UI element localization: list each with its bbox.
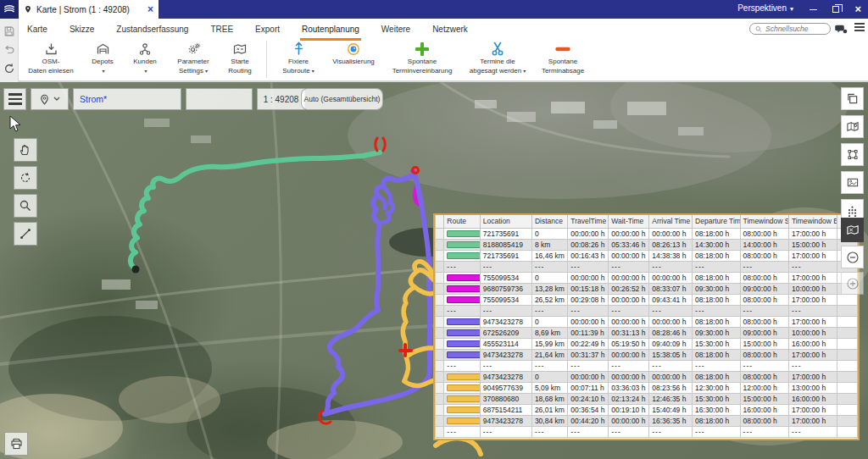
quick-search[interactable] xyxy=(749,23,831,35)
table-row[interactable]: 9473423278000:00:00 h00:00:00 h00:00:00 … xyxy=(436,371,858,382)
tab-karte[interactable]: Karte xyxy=(25,22,49,41)
row-selector-cell[interactable] xyxy=(436,360,444,371)
table-row[interactable]: 6725262098,69 km00:11:39 h00:31:13 h08:2… xyxy=(436,327,858,338)
row-selector-cell[interactable] xyxy=(436,272,444,283)
column-header[interactable]: Arrival Time xyxy=(649,215,693,228)
rotate-tool-button[interactable] xyxy=(14,166,37,190)
map-menu-button[interactable] xyxy=(3,88,26,110)
document-tab[interactable]: Karte | Strom (1 : 49208) × xyxy=(19,0,159,19)
table-separator-row[interactable]: --------------------------- xyxy=(436,305,858,316)
row-selector-cell[interactable] xyxy=(436,404,444,415)
row-selector-cell[interactable] xyxy=(436,349,444,360)
tab-tree[interactable]: TREE xyxy=(209,22,235,41)
map-scale-field[interactable]: 1 : 49208 xyxy=(257,88,305,110)
layer-name-field[interactable]: Strom* xyxy=(73,88,181,110)
zoom-tool-button[interactable] xyxy=(14,194,37,218)
row-selector-cell[interactable] xyxy=(436,261,444,272)
column-header[interactable]: Departure Time xyxy=(693,215,740,228)
table-cell: 0 xyxy=(531,371,567,382)
row-selector-cell[interactable] xyxy=(436,294,444,305)
table-cell: 00:31:37 h xyxy=(568,349,609,360)
starte-routing-button[interactable]: Starte Routing xyxy=(222,39,258,80)
tab-zustandserfassung[interactable]: Zustandserfassung xyxy=(114,22,190,41)
row-selector-cell[interactable] xyxy=(436,382,444,393)
table-row[interactable]: 755099534000:00:00 h00:00:00 h00:00:00 h… xyxy=(436,272,858,283)
table-row[interactable]: 90495776395,09 km00:07:11 h03:36:03 h08:… xyxy=(436,382,858,393)
tab-weitere[interactable]: Weitere xyxy=(380,22,412,41)
table-row[interactable]: 72173569116,46 km00:16:43 h00:00:00 h14:… xyxy=(436,250,858,261)
window-close-button[interactable]: × xyxy=(854,0,861,19)
column-header[interactable]: Route xyxy=(444,215,480,228)
table-row[interactable]: 968075973613,28 km00:15:18 h00:26:52 h08… xyxy=(436,283,858,294)
visualisierung-button[interactable]: Visualisierung xyxy=(326,39,381,80)
fixiere-subroute-button[interactable]: Fixiere Subroute xyxy=(275,39,321,80)
table-row[interactable]: 37088068018,68 km00:24:10 h02:13:24 h12:… xyxy=(436,393,858,404)
row-selector-cell[interactable] xyxy=(436,316,444,327)
row-selector-cell[interactable] xyxy=(436,338,444,349)
row-selector-cell[interactable] xyxy=(436,371,444,382)
row-selector-cell[interactable] xyxy=(436,393,444,404)
location-type-dropdown[interactable] xyxy=(31,88,69,110)
table-row[interactable]: 9473423278000:00:00 h00:00:00 h00:00:00 … xyxy=(436,316,858,327)
table-row[interactable]: 81880854198 km00:08:26 h05:33:46 h08:26:… xyxy=(436,239,858,250)
tab-skizze[interactable]: Skizze xyxy=(68,22,96,41)
refresh-icon[interactable] xyxy=(3,63,15,75)
row-selector-cell[interactable] xyxy=(436,283,444,294)
column-header[interactable]: Location xyxy=(480,215,531,228)
table-row[interactable]: 721735691000:00:00 h00:00:00 h00:00:00 h… xyxy=(436,228,858,239)
table-row[interactable]: 687515421126,01 km00:36:54 h00:19:10 h15… xyxy=(436,404,858,415)
spontane-terminvereinbarung-button[interactable]: Spontane Terminvereinbarung xyxy=(386,39,459,80)
table-row[interactable]: 947342327830,84 km00:44:20 h00:00:00 h16… xyxy=(436,415,858,426)
column-header[interactable]: Timewindow Start xyxy=(740,215,788,228)
table-cell: --- xyxy=(649,261,693,272)
background-image-button[interactable] xyxy=(841,171,864,194)
tab-export[interactable]: Export xyxy=(253,22,281,41)
table-row[interactable]: 947342327821,64 km00:31:37 h00:00:00 h15… xyxy=(436,349,858,360)
row-selector-cell[interactable] xyxy=(436,305,444,316)
select-region-button[interactable] xyxy=(841,143,864,166)
tab-netzwerk[interactable]: Netzwerk xyxy=(431,22,470,41)
save-icon[interactable] xyxy=(3,25,15,37)
zoom-out-button[interactable] xyxy=(841,246,864,268)
table-separator-row[interactable]: --------------------------- xyxy=(436,261,858,272)
row-selector-cell[interactable] xyxy=(436,239,444,250)
row-selector-cell[interactable] xyxy=(436,228,444,239)
termine-abgesagt-button[interactable]: Termine die abgesagt werden xyxy=(464,39,531,80)
table-separator-row[interactable]: --------------------------- xyxy=(436,426,858,437)
map-locations-button[interactable] xyxy=(841,115,864,138)
map-search-field[interactable] xyxy=(186,88,253,110)
route-table-toggle-button[interactable] xyxy=(841,218,864,242)
zoom-mode-dropdown[interactable]: Auto (Gesamtübersicht) xyxy=(301,88,383,110)
perspectives-dropdown[interactable]: Perspektiven xyxy=(737,3,793,13)
window-minimize-button[interactable] xyxy=(810,9,817,10)
row-selector-cell[interactable] xyxy=(436,250,444,261)
column-header[interactable]: Timewindow End xyxy=(788,215,837,228)
table-row[interactable]: 75509953426,52 km00:29:08 h00:00:00 h09:… xyxy=(436,294,858,305)
tab-routenplanung[interactable]: Routenplanung xyxy=(300,22,361,41)
duplicate-view-button[interactable] xyxy=(841,87,864,110)
spontane-terminabsage-button[interactable]: Spontane Terminabsage xyxy=(537,39,589,80)
kunden-button[interactable]: Kunden xyxy=(125,39,164,80)
window-maximize-button[interactable] xyxy=(832,6,839,13)
ribbon-menu-button[interactable] xyxy=(854,23,865,31)
search-input[interactable] xyxy=(765,25,825,33)
osm-import-button[interactable]: OSM- Daten einlesen xyxy=(22,39,80,80)
column-header[interactable]: Distance xyxy=(531,215,567,228)
table-separator-row[interactable]: --------------------------- xyxy=(436,360,858,371)
measure-tool-button[interactable] xyxy=(14,222,37,246)
table-row[interactable]: 45552311415,99 km00:22:49 h05:19:50 h09:… xyxy=(436,338,858,349)
row-selector-cell[interactable] xyxy=(436,327,444,338)
row-selector-cell[interactable] xyxy=(436,415,444,426)
parameter-settings-button[interactable]: Parameter Settings xyxy=(170,39,217,80)
undo-icon[interactable] xyxy=(3,44,15,56)
feedback-chat-button[interactable] xyxy=(835,23,848,38)
zoom-in-button[interactable] xyxy=(841,272,864,295)
column-header[interactable]: TravelTime xyxy=(568,215,609,228)
column-header[interactable]: Wait-Time xyxy=(609,215,649,228)
row-selector-cell[interactable] xyxy=(436,426,444,437)
pan-tool-button[interactable] xyxy=(14,138,37,162)
ribbon: Karte Skizze Zustandserfassung TREE Expo… xyxy=(19,19,868,82)
tab-close-button[interactable]: × xyxy=(147,3,153,15)
depots-button[interactable]: Depots xyxy=(85,39,120,80)
print-map-button[interactable] xyxy=(4,432,28,456)
